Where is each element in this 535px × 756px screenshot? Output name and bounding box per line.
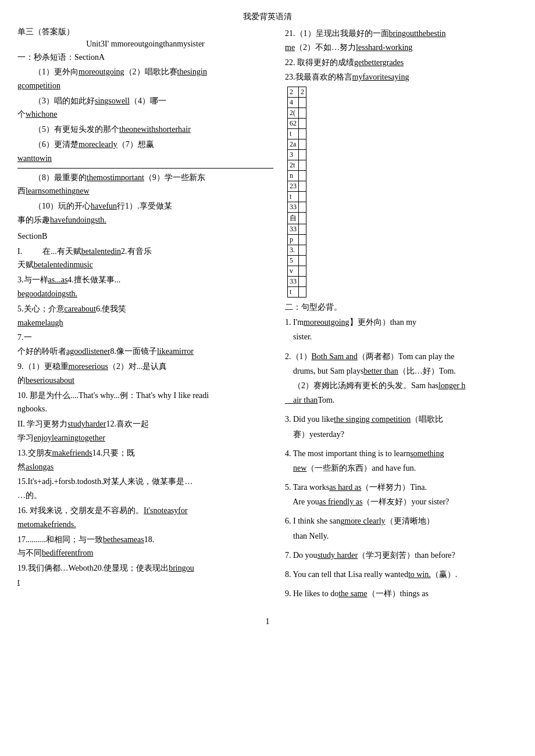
left-column: 单三（答案版） Unit3I' mmoreoutgoingthanmysiste… — [17, 27, 273, 605]
section-b-label: SectionB — [17, 230, 273, 243]
list-item: 15.It's+adj.+forsb.todosth.对某人来说，做某事是……的… — [17, 475, 273, 503]
unit-title: Unit3I' mmoreoutgoingthanmysister — [17, 40, 273, 49]
sentence-9: 9. He likes to dothe same（一样）things as — [285, 586, 518, 601]
list-item: （1）更外向moreoutgoing（2）唱歌比赛thesingingcompe… — [17, 65, 273, 93]
right-column: 21.（1）呈现出我最好的一面bringoutthebestinme（2）不如…… — [285, 27, 518, 605]
sentence-2: 2.（1）Both Sam and（两者都）Tom can play the d… — [285, 349, 518, 408]
page-header: 我爱背英语清 — [17, 12, 518, 22]
sentences-list: 1. I'mmoreoutgoing】更外向）than my sister. 2… — [285, 315, 518, 601]
list-item: 13.交朋友makefriends14.只要；既然aslongas — [17, 446, 273, 474]
page-number: 1 — [17, 617, 518, 626]
list-item: 9.（1）更稳重moreserious（2）对...是认真的beseriousa… — [17, 360, 273, 388]
list-item: （8）最重要的themostimportant（9）学一些新东西learnsom… — [17, 171, 273, 199]
list-item: 22. 取得更好的成绩getbettergrades — [285, 56, 518, 70]
page-title: 我爱背英语清 — [243, 12, 292, 21]
right-top-items: 21.（1）呈现出我最好的一面bringoutthebestinme（2）不如…… — [285, 27, 518, 84]
section-two-header: 二：句型必背。 — [285, 302, 518, 313]
list-item: I. 在...有天赋betalentedin2.有音乐天赋betalentedi… — [17, 245, 273, 273]
list-item: II. 学习更努力studyharder12.喜欢一起学习enjoylearni… — [17, 417, 273, 445]
sentence-1: 1. I'mmoreoutgoing】更外向）than my sister. — [285, 315, 518, 344]
sentence-7: 7. Do youstudy harder（学习更刻苦）than before? — [285, 548, 518, 562]
sentence-num: 1. I'm — [285, 318, 304, 327]
list-item: 21.（1）呈现出我最好的一面bringoutthebestinme（2）不如…… — [285, 27, 518, 55]
partial-table-area: 22 4 2( 62 t 2a 3 2t n 23 t 33 自 33 p 3.… — [285, 87, 518, 298]
list-item: 16. 对我来说，交朋友是不容易的。It'snoteasyformetomake… — [17, 504, 273, 532]
list-item: 10. 那是为什么....That's why...例：That's why I… — [17, 389, 273, 417]
sentence-6: 6. I think she sangmore clearly（更清晰地） th… — [285, 514, 518, 543]
sentence-3: 3. Did you likethe singing competition（唱… — [285, 412, 518, 441]
sentence-4: 4. The most important thing is to learns… — [285, 446, 518, 475]
list-item: 23.我最喜欢的格言myfavoritesaying — [285, 70, 518, 84]
sentence-5: 5. Tara worksas hard as（一样努力）Tina. Are y… — [285, 480, 518, 509]
left-content: （1）更外向moreoutgoing（2）唱歌比赛thesingingcompe… — [17, 65, 273, 589]
list-item: 17..........和相同；与一致bethesameas18.与不同bedi… — [17, 533, 273, 561]
list-item: （5）有更短头发的那个theonewithshorterhair — [17, 123, 273, 137]
list-item: （6）更清楚moreclearly（7）想赢wanttowin — [17, 138, 273, 166]
sentence-8: 8. You can tell that Lisa really wantedt… — [285, 567, 518, 582]
list-item: （3）唱的如此好singsowell（4）哪一个whichone — [17, 94, 273, 122]
list-item: 3.与一样as...as4.擅长做某事...begoodatdoingsth. — [17, 273, 273, 301]
list-item: 19.我们俩都…Weboth20.使显现；使表现出bringout — [17, 561, 273, 589]
sentence-underline: moreoutgoing — [304, 318, 349, 327]
list-item: 5.关心；介意careabout6.使我笑makemelaugh — [17, 302, 273, 330]
list-item: 7.一个好的聆听者agoodlistener8.像一面镜子likeamirror — [17, 331, 273, 359]
vocab-table: 22 4 2( 62 t 2a 3 2t n 23 t 33 自 33 p 3.… — [287, 87, 306, 298]
list-item: （10）玩的开心havefun行1）.享受做某事的乐趣havefundoings… — [17, 199, 273, 227]
doc-title: 单三（答案版） — [17, 27, 273, 37]
section-a-label: 一：秒杀短语：SectionA — [17, 52, 273, 63]
